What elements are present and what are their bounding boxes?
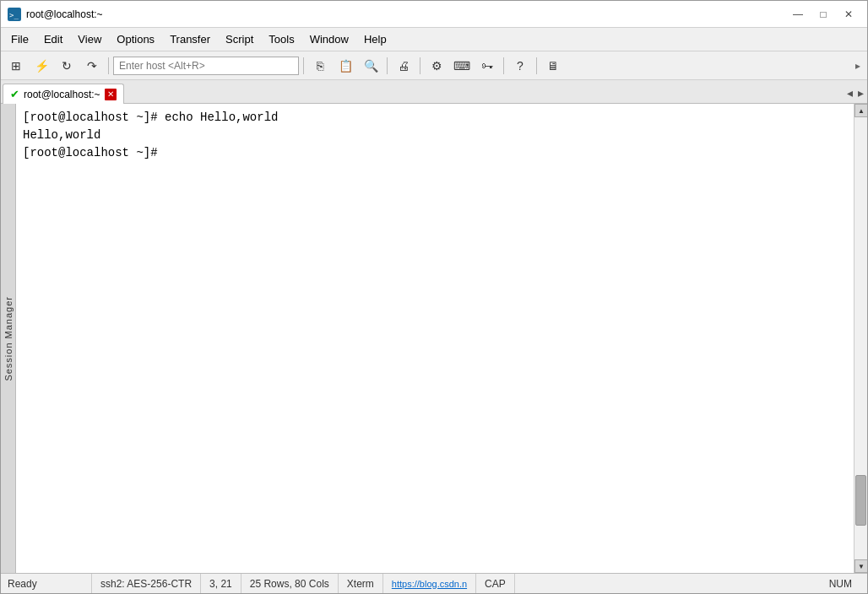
menu-item-options[interactable]: Options (110, 30, 161, 48)
toolbar-help-btn[interactable]: ? (508, 55, 532, 77)
menu-item-tools[interactable]: Tools (262, 30, 301, 48)
maximize-button[interactable]: □ (811, 6, 835, 23)
menu-item-file[interactable]: File (4, 30, 35, 48)
terminal-icon: >_ (8, 8, 21, 21)
toolbar-sep-6 (536, 57, 537, 74)
toolbar-key-btn[interactable]: 🗝 (475, 55, 499, 77)
caps-text: CAP (485, 578, 506, 590)
encryption-text: ssh2: AES-256-CTR (100, 578, 192, 590)
toolbar-quick-connect-btn[interactable]: ⚡ (30, 55, 53, 77)
menu-item-edit[interactable]: Edit (37, 30, 69, 48)
toolbar-disconnect-btn[interactable]: ↷ (80, 55, 104, 77)
status-num: NUM (821, 574, 860, 593)
status-ready: Ready (8, 574, 92, 593)
toolbar-sep-3 (387, 57, 388, 74)
toolbar-extra-btn[interactable]: 🖥 (541, 55, 565, 77)
tab-check-icon: ✔ (10, 88, 19, 100)
status-bar: Ready ssh2: AES-256-CTR 3, 21 25 Rows, 8… (1, 573, 867, 593)
toolbar-paste-btn[interactable]: 📋 (334, 55, 357, 77)
status-terminal-type: Xterm (339, 574, 383, 593)
menu-item-window[interactable]: Window (303, 30, 355, 48)
title-left: >_ root@localhost:~ (8, 8, 103, 21)
terminal-line-1: [root@localhost ~]# echo Hello,world (23, 109, 847, 127)
tab-nav-arrows: ◂ ▸ (845, 86, 865, 103)
main-area: Session Manager [root@localhost ~]# echo… (1, 104, 867, 573)
title-buttons: — □ ✕ (786, 6, 860, 23)
toolbar: ⊞ ⚡ ↻ ↷ ⎘ 📋 🔍 🖨 ⚙ ⌨ 🗝 ? 🖥 ▸ (1, 51, 867, 80)
scroll-track (854, 117, 867, 559)
svg-text:>_: >_ (9, 11, 19, 19)
tab-prev-arrow[interactable]: ◂ (845, 86, 854, 100)
host-input[interactable] (113, 57, 299, 75)
menu-item-script[interactable]: Script (219, 30, 260, 48)
scroll-thumb[interactable] (855, 475, 866, 526)
status-url-link[interactable]: https://blog.csdn.n (392, 579, 467, 589)
terminal-wrapper: [root@localhost ~]# echo Hello,world Hel… (16, 104, 854, 573)
toolbar-sep-5 (503, 57, 504, 74)
menu-item-transfer[interactable]: Transfer (163, 30, 217, 48)
toolbar-copy-btn[interactable]: ⎘ (308, 55, 332, 77)
tab-root-localhost[interactable]: ✔ root@localhost:~ ✕ (3, 84, 124, 104)
dimensions-text: 25 Rows, 80 Cols (250, 578, 329, 590)
title-text: root@localhost:~ (26, 8, 103, 20)
terminal-line-2: Hello,world (23, 127, 847, 144)
minimize-button[interactable]: — (786, 6, 810, 23)
menu-bar: FileEditViewOptionsTransferScriptToolsWi… (1, 28, 867, 51)
num-text: NUM (829, 578, 852, 590)
close-button[interactable]: ✕ (837, 6, 860, 23)
tab-bar: ✔ root@localhost:~ ✕ ◂ ▸ (1, 80, 867, 104)
toolbar-sep-2 (303, 57, 304, 74)
terminal-line-3: [root@localhost ~]# (23, 144, 847, 162)
toolbar-sep-4 (420, 57, 420, 74)
title-bar: >_ root@localhost:~ — □ ✕ (1, 1, 867, 28)
toolbar-print-btn[interactable]: 🖨 (392, 55, 415, 77)
status-encryption: ssh2: AES-256-CTR (92, 574, 201, 593)
scroll-down-btn[interactable]: ▼ (854, 559, 867, 573)
toolbar-reconnect-btn[interactable]: ↻ (55, 55, 79, 77)
terminal-type-text: Xterm (347, 578, 374, 590)
ready-text: Ready (8, 578, 37, 590)
terminal-output[interactable]: [root@localhost ~]# echo Hello,world Hel… (16, 104, 854, 573)
toolbar-settings-btn[interactable]: ⚙ (425, 55, 448, 77)
toolbar-keyboard-btn[interactable]: ⌨ (450, 55, 474, 77)
scrollbar: ▲ ▼ (854, 104, 867, 573)
tab-next-arrow[interactable]: ▸ (856, 86, 865, 100)
cursor-text: 3, 21 (209, 578, 232, 590)
status-caps: CAP (476, 574, 515, 593)
tab-close-button[interactable]: ✕ (105, 89, 117, 100)
tab-label: root@localhost:~ (24, 89, 100, 100)
status-cursor: 3, 21 (201, 574, 241, 593)
scroll-up-btn[interactable]: ▲ (854, 104, 867, 117)
menu-item-view[interactable]: View (71, 30, 108, 48)
toolbar-overflow-btn[interactable]: ▸ (852, 60, 864, 72)
toolbar-find-btn[interactable]: 🔍 (359, 55, 382, 77)
status-url-section: https://blog.csdn.n (383, 574, 476, 593)
toolbar-sep-1 (108, 57, 109, 74)
session-manager-panel[interactable]: Session Manager (1, 104, 16, 573)
toolbar-connect-btn[interactable]: ⊞ (4, 55, 28, 77)
status-dimensions: 25 Rows, 80 Cols (241, 574, 339, 593)
session-manager-label: Session Manager (3, 296, 14, 381)
menu-item-help[interactable]: Help (357, 30, 393, 48)
